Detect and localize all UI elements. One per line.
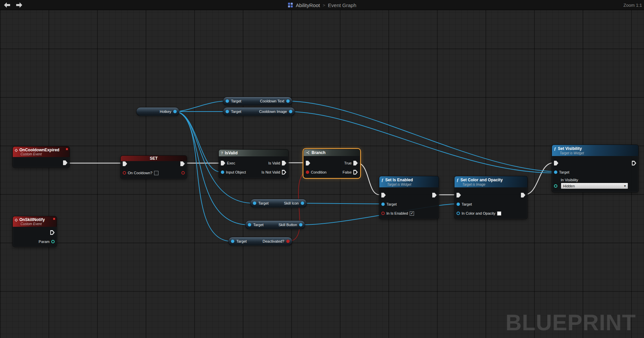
node-get-skill-button[interactable]: Target Skill Button (245, 220, 305, 229)
target-in-pin[interactable] (231, 240, 234, 243)
delegate-pin[interactable] (53, 218, 55, 220)
variable-label: Cooldown Text (260, 99, 284, 103)
pin-label: Target (386, 202, 397, 206)
graph-canvas[interactable]: BLUEPRINT ◇OnCooldownExpired Custom Even… (0, 0, 644, 338)
exec-in-pin[interactable] (123, 161, 127, 166)
node-set-is-enabled[interactable]: ƒSet Is Enabled Target is Widget Target … (379, 176, 439, 219)
target-in-pin[interactable] (554, 171, 557, 174)
skill-icon-out-pin[interactable] (301, 202, 304, 205)
exec-in-pin[interactable] (306, 161, 310, 165)
custom-event-icon: ◇ (15, 148, 18, 152)
param-out-pin[interactable] (51, 240, 55, 243)
is-not-valid-out-pin[interactable] (282, 170, 286, 175)
node-get-hotkey[interactable]: Hotkey (136, 107, 179, 116)
node-set-on-cooldown[interactable]: SET On Cooldown? (120, 155, 187, 179)
breadcrumb-root[interactable]: AbilityRoot (296, 2, 320, 8)
node-branch[interactable]: Branch True Condition False (303, 149, 360, 178)
wire-exec-setcolor-to-setvisibility[interactable] (524, 163, 554, 195)
pin-row: On Cooldown? (123, 170, 158, 176)
bool-out-pin[interactable] (181, 171, 185, 175)
target-in-pin[interactable] (381, 203, 385, 206)
bool-in-pin[interactable] (123, 171, 126, 175)
condition-pin[interactable] (306, 171, 309, 174)
exec-out-pin[interactable] (180, 161, 185, 166)
target-in-pin[interactable] (253, 202, 256, 205)
false-out-pin[interactable] (353, 170, 358, 175)
pin-label: In Visibility (561, 178, 578, 182)
zoom-level: Zoom 1:1 (623, 0, 642, 10)
node-is-valid[interactable]: ?IsValid Exec Is Valid Input Object Is N… (218, 149, 289, 178)
pin-row (554, 183, 557, 189)
pin-row: True (344, 160, 358, 166)
pin-label: Target (462, 202, 472, 206)
variable-label: Cooldown Image (259, 110, 287, 114)
exec-in-pin[interactable] (554, 161, 558, 165)
is-valid-out-pin[interactable] (282, 161, 286, 165)
node-get-cooldown-text[interactable]: Target Cooldown Text (223, 97, 292, 105)
target-in-pin[interactable] (248, 223, 251, 226)
exec-in-pin[interactable] (457, 193, 461, 197)
in-is-enabled-checkbox[interactable]: ✓ (410, 211, 414, 216)
pin-label: Exec (227, 161, 235, 165)
exec-in-pin[interactable] (221, 161, 225, 165)
wire-skillicon-to-setisenabled-target[interactable] (303, 203, 380, 204)
custom-event-icon: ◇ (15, 218, 18, 222)
exec-out-pin[interactable] (432, 193, 437, 197)
node-get-cooldown-image[interactable]: Target Cooldown Image (223, 107, 295, 116)
pin-row: False (343, 169, 358, 176)
exec-out-pin[interactable] (50, 230, 55, 235)
node-on-cooldown-expired[interactable]: ◇OnCooldownExpired Custom Event (12, 146, 70, 168)
delegate-pin[interactable] (66, 148, 68, 150)
pin-row: In Is Enabled ✓ (381, 210, 414, 217)
node-set-visibility[interactable]: ƒSet Visibility Target is Widget Target … (552, 145, 639, 192)
pin-row: Target (381, 201, 397, 208)
node-on-skill-notify[interactable]: ◇OnSkillNotify Custom Event Param (12, 216, 57, 247)
pin-row: Target (457, 201, 472, 208)
exec-in-pin[interactable] (381, 193, 386, 197)
on-cooldown-checkbox[interactable] (154, 171, 158, 175)
forward-arrow-icon[interactable] (16, 2, 23, 8)
input-object-pin[interactable] (221, 171, 224, 174)
exec-out-pin[interactable] (63, 160, 67, 165)
cooldown-image-out-pin[interactable] (289, 110, 292, 113)
node-title: Set Visibility (558, 146, 582, 151)
pin-row (457, 192, 461, 198)
function-icon: ƒ (381, 177, 384, 183)
exec-out-pin[interactable] (521, 193, 525, 197)
wire-exec-branch-true-to-setisenabled[interactable] (357, 163, 380, 195)
in-is-enabled-pin[interactable] (381, 212, 385, 215)
in-color-and-opacity-pin[interactable] (457, 212, 460, 215)
pin-row (180, 160, 185, 167)
deactivated-out-pin[interactable] (286, 240, 290, 243)
node-header: ◇OnCooldownExpired Custom Event (13, 147, 69, 157)
visibility-dropdown[interactable]: Hidden ▾ (561, 183, 628, 189)
back-arrow-icon[interactable] (3, 2, 11, 8)
pin-row (632, 160, 636, 166)
skill-button-out-pin[interactable] (299, 223, 302, 226)
pin-label: Condition (311, 170, 326, 174)
color-swatch[interactable] (497, 211, 501, 216)
pin-label: Input Object (226, 170, 246, 174)
wire-hotkey-to-cooldowntext[interactable] (175, 101, 226, 112)
node-get-deactivated[interactable]: Target Deactivated? (228, 237, 292, 246)
node-set-color-and-opacity[interactable]: ƒSet Color and Opacity Target is Image T… (454, 176, 528, 219)
node-title: SET (123, 156, 185, 161)
target-label: Target (231, 110, 241, 114)
target-label: Target (236, 239, 247, 243)
in-visibility-pin[interactable] (554, 184, 557, 188)
node-title: OnSkillNotify (19, 217, 45, 222)
node-header: ƒSet Color and Opacity Target is Image (455, 176, 527, 187)
target-in-pin[interactable] (226, 99, 229, 103)
pin-row (306, 160, 310, 166)
true-out-pin[interactable] (353, 161, 358, 165)
pin-row (432, 192, 437, 198)
cooldown-text-out-pin[interactable] (286, 99, 290, 103)
exec-out-pin[interactable] (632, 161, 636, 165)
event-graph-icon (288, 2, 293, 8)
param-pin-label: Param (39, 240, 50, 244)
hotkey-out-pin[interactable] (173, 110, 177, 113)
target-in-pin[interactable] (457, 203, 460, 206)
node-get-skill-icon[interactable]: Target Skill Icon (250, 199, 307, 208)
node-title: OnCooldownExpired (19, 148, 59, 152)
target-in-pin[interactable] (226, 110, 229, 113)
